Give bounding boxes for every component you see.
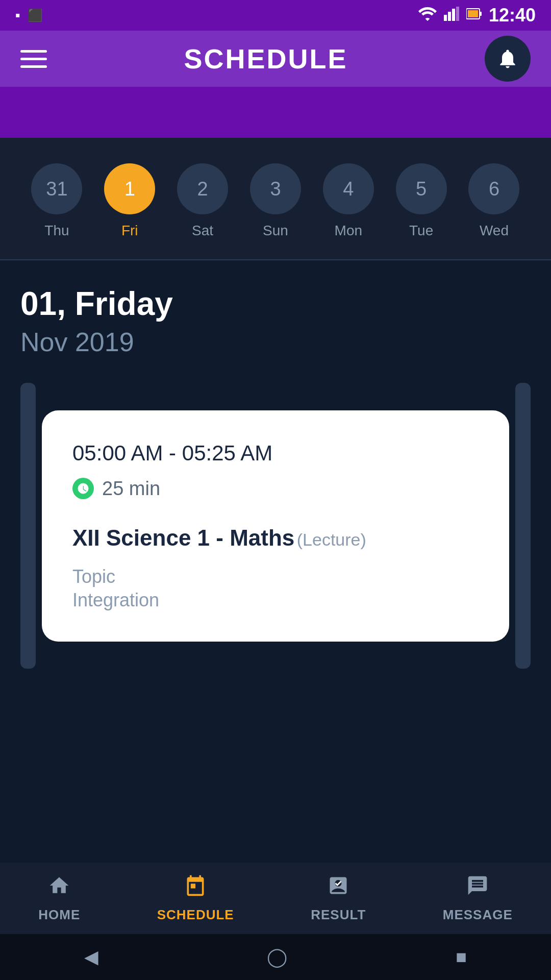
status-left-icons: ▪ ⬛ bbox=[15, 7, 43, 23]
svg-rect-0 bbox=[444, 15, 447, 21]
svg-rect-2 bbox=[452, 9, 455, 21]
battery-icon bbox=[466, 6, 482, 25]
day-label-sun: Sun bbox=[263, 223, 288, 239]
system-nav-bar: ◀ ◯ ■ bbox=[0, 934, 551, 980]
svg-rect-5 bbox=[480, 12, 482, 16]
day-label-wed: Wed bbox=[480, 223, 509, 239]
nav-label-message: MESSAGE bbox=[443, 907, 513, 923]
day-circle-3: 3 bbox=[250, 163, 301, 214]
nav-label-schedule: SCHEDULE bbox=[157, 907, 234, 923]
card-subject-row: XII Science 1 - Maths (Lecture) bbox=[72, 525, 479, 551]
calendar-card: 31 Thu 1 Fri 2 Sat 3 Sun 4 Mon 5 Tue 6 W… bbox=[0, 138, 551, 259]
day-circle-5: 5 bbox=[396, 163, 447, 214]
wifi-icon: ⬛ bbox=[28, 8, 43, 22]
main-content: 01, Friday Nov 2019 05:00 AM - 05:25 AM … bbox=[0, 260, 551, 684]
purple-band bbox=[0, 87, 551, 138]
back-button[interactable]: ◀ bbox=[84, 946, 98, 968]
svg-rect-1 bbox=[448, 12, 451, 21]
day-label-mon: Mon bbox=[335, 223, 362, 239]
card-time: 05:00 AM - 05:25 AM bbox=[72, 441, 479, 465]
day-label-tue: Tue bbox=[409, 223, 433, 239]
clock-icon bbox=[72, 478, 94, 499]
nav-item-result[interactable]: RESULT bbox=[311, 874, 366, 923]
page-title: SCHEDULE bbox=[184, 43, 347, 75]
card-subject: XII Science 1 - Maths bbox=[72, 525, 294, 550]
menu-button[interactable] bbox=[20, 50, 47, 68]
signal-bars-icon bbox=[444, 6, 459, 25]
time-display: 12:40 bbox=[489, 5, 536, 26]
day-label-thu: Thu bbox=[44, 223, 69, 239]
day-label-fri: Fri bbox=[121, 223, 138, 239]
sim-icon: ▪ bbox=[15, 7, 20, 23]
day-item-mon[interactable]: 4 Mon bbox=[323, 163, 374, 239]
day-label-sat: Sat bbox=[192, 223, 213, 239]
day-item-sat[interactable]: 2 Sat bbox=[177, 163, 228, 239]
bell-icon bbox=[496, 47, 519, 70]
day-item-tue[interactable]: 5 Tue bbox=[396, 163, 447, 239]
day-item-thu[interactable]: 31 Thu bbox=[31, 163, 82, 239]
days-row: 31 Thu 1 Fri 2 Sat 3 Sun 4 Mon 5 Tue 6 W… bbox=[20, 163, 531, 239]
status-right-icons: 12:40 bbox=[418, 5, 536, 26]
nav-item-home[interactable]: HOME bbox=[38, 874, 80, 923]
day-circle-2: 2 bbox=[177, 163, 228, 214]
day-item-fri[interactable]: 1 Fri bbox=[104, 163, 155, 239]
right-peek-card bbox=[515, 383, 531, 669]
home-icon bbox=[48, 874, 70, 902]
nav-item-schedule[interactable]: SCHEDULE bbox=[157, 874, 234, 923]
calendar-icon bbox=[184, 874, 207, 902]
result-icon bbox=[327, 874, 349, 902]
duration-text: 25 min bbox=[102, 478, 160, 500]
message-icon bbox=[466, 874, 489, 902]
card-topic-label: Topic bbox=[72, 566, 479, 587]
svg-rect-3 bbox=[456, 7, 459, 21]
day-item-sun[interactable]: 3 Sun bbox=[250, 163, 301, 239]
day-circle-6: 6 bbox=[468, 163, 519, 214]
day-circle-1: 1 bbox=[104, 163, 155, 214]
nav-item-message[interactable]: MESSAGE bbox=[443, 874, 513, 923]
left-peek-card bbox=[20, 383, 36, 669]
card-topic-value: Integration bbox=[72, 590, 479, 611]
notification-button[interactable] bbox=[485, 36, 531, 82]
day-circle-4: 4 bbox=[323, 163, 374, 214]
day-circle-31: 31 bbox=[31, 163, 82, 214]
app-header: SCHEDULE bbox=[0, 31, 551, 87]
status-bar: ▪ ⬛ 12:40 bbox=[0, 0, 551, 31]
bottom-nav: HOME SCHEDULE RESULT MESSAGE bbox=[0, 863, 551, 934]
nav-label-home: HOME bbox=[38, 907, 80, 923]
card-duration: 25 min bbox=[72, 478, 479, 500]
svg-rect-6 bbox=[468, 10, 478, 17]
schedule-card[interactable]: 05:00 AM - 05:25 AM 25 min XII Science 1… bbox=[42, 410, 509, 642]
wifi-signal-icon bbox=[418, 6, 437, 25]
date-sub: Nov 2019 bbox=[20, 327, 531, 357]
cards-area: 05:00 AM - 05:25 AM 25 min XII Science 1… bbox=[20, 383, 531, 669]
home-button[interactable]: ◯ bbox=[267, 946, 287, 968]
date-heading: 01, Friday bbox=[20, 286, 531, 322]
day-item-wed[interactable]: 6 Wed bbox=[468, 163, 519, 239]
nav-label-result: RESULT bbox=[311, 907, 366, 923]
card-type: (Lecture) bbox=[297, 530, 366, 549]
recents-button[interactable]: ■ bbox=[456, 946, 467, 968]
